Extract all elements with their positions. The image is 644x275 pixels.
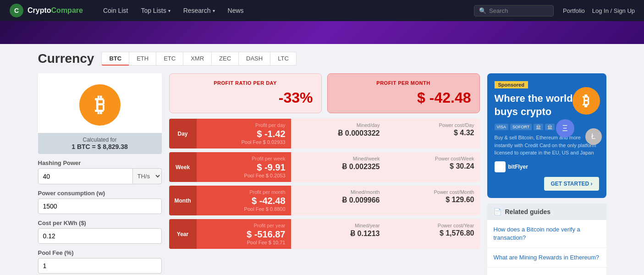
tab-xmr[interactable]: XMR: [183, 52, 211, 66]
stat-power-week: Power cost/Week $ 30.24: [385, 152, 480, 182]
stat-power-label: Power cost/Day: [391, 122, 474, 128]
guide-link-1[interactable]: How does a Bitcoin node verify a transac…: [487, 220, 606, 248]
related-guides-box: 📄 Related guides How does a Bitcoin node…: [487, 204, 606, 275]
ad-sponsored-label: Sponsored: [495, 81, 528, 88]
pool-fee-label: Pool Fee (%): [38, 249, 162, 256]
logo-icon: C: [9, 3, 24, 18]
stat-mined-label: Mined/day: [297, 122, 380, 128]
visa-icon: VISA: [495, 124, 509, 130]
stat-period-week: Week: [169, 152, 197, 182]
stat-profit-week: Profit per week $ -9.91 Pool Fee $ 0.205…: [197, 152, 291, 182]
stat-mined-value: Ƀ 0.009966: [297, 196, 380, 204]
nav-logo[interactable]: C Crypto Compare: [9, 3, 83, 18]
stat-profit-year: Profit per year $ -516.87 Pool Fee $ 10.…: [197, 219, 291, 249]
chevron-down-icon: ▾: [213, 8, 215, 13]
stat-power-value: $ 30.24: [391, 162, 474, 170]
nav-top-lists[interactable]: Top Lists ▾: [134, 0, 176, 21]
tab-btc[interactable]: BTC: [101, 52, 129, 66]
stat-power-day: Power cost/Day $ 4.32: [385, 119, 480, 148]
stats-row-month: Month Profit per month $ -42.48 Pool Fee…: [169, 186, 480, 215]
stat-power-label: Power cost/Week: [391, 156, 474, 161]
stat-mined-value: Ƀ 0.002325: [297, 162, 380, 171]
stat-profit-fee: Pool Fee $ 0.8800: [202, 206, 286, 212]
ad-payment-icons: VISA SOFORT 🏦 🏦: [495, 124, 599, 130]
hashing-power-label: Hashing Power: [38, 160, 162, 166]
calc-for-value: 1 BTC = $ 8,829.38: [42, 143, 158, 150]
navbar: C Crypto Compare Coin List Top Lists ▾ R…: [0, 0, 644, 21]
stat-mined-label: Mined/month: [297, 189, 380, 195]
tab-ltc[interactable]: LTC: [270, 52, 297, 66]
sofort-icon: SOFORT: [510, 124, 532, 130]
document-icon: 📄: [494, 208, 501, 215]
search-input[interactable]: [489, 7, 549, 14]
ad-eth-icon: Ξ: [556, 119, 574, 138]
currency-header: Currency BTC ETH ETC XMR ZEC DASH LTC: [38, 51, 606, 66]
stat-profit-day: Profit per day $ -1.42 Pool Fee $ 0.0293…: [197, 119, 291, 148]
stat-profit-value: $ -9.91: [202, 162, 286, 173]
stat-profit-value: $ -42.48: [202, 196, 286, 206]
hashing-power-row: TH/s GH/s: [38, 168, 162, 184]
ad-ltc-icon: Ł: [585, 128, 602, 145]
hashing-power-unit-select[interactable]: TH/s GH/s: [133, 168, 162, 184]
chevron-down-icon: ▾: [168, 8, 171, 13]
stat-power-label: Power cost/Year: [391, 223, 474, 228]
stat-profit-value: $ -516.87: [202, 229, 286, 240]
stats-container: Day Profit per day $ -1.42 Pool Fee $ 0.…: [169, 119, 480, 249]
tab-eth[interactable]: ETH: [129, 52, 156, 66]
ad-cta-button[interactable]: GET STARTED ›: [544, 177, 599, 191]
page-wrapper: Currency BTC ETH ETC XMR ZEC DASH LTC ₿ …: [29, 44, 616, 275]
tab-etc[interactable]: ETC: [156, 52, 183, 66]
ad-brand: bitFlyer: [495, 161, 599, 172]
stat-period-month: Month: [169, 186, 197, 215]
profit-month-value: $ -42.48: [336, 89, 471, 106]
profit-month-box: PROFIT PER MONTH $ -42.48: [327, 73, 480, 113]
profit-ratio-box: PROFIT RATIO PER DAY -33%: [169, 73, 322, 113]
cost-kwh-input[interactable]: [38, 228, 162, 244]
power-consumption-group: Power consumption (w): [38, 190, 162, 214]
profit-month-label: PROFIT PER MONTH: [336, 80, 471, 86]
pool-fee-group: Pool Fee (%): [38, 249, 162, 274]
svg-text:C: C: [14, 7, 19, 14]
nav-research[interactable]: Research ▾: [177, 0, 221, 21]
hashing-power-input[interactable]: [38, 168, 133, 184]
ad-box: Sponsored Where the world buys crypto ₿ …: [487, 73, 606, 198]
stat-profit-month: Profit per month $ -42.48 Pool Fee $ 0.8…: [197, 186, 291, 215]
stat-power-month: Power cost/Month $ 129.60: [385, 186, 480, 215]
ad-brand-name: bitFlyer: [508, 164, 528, 170]
promo-banner: [0, 21, 644, 44]
page-title: Currency: [38, 51, 94, 66]
logo-text-crypto: Crypto: [28, 6, 51, 15]
cost-kwh-label: Cost per KWh ($): [38, 220, 162, 226]
login-link[interactable]: Log In / Sign Up: [592, 7, 635, 14]
guide-link-3[interactable]: How to Identify a Bitcoin or Ethereum...: [487, 268, 606, 275]
left-panel: ₿ Calculated for 1 BTC = $ 8,829.38 Hash…: [38, 73, 162, 275]
tab-zec[interactable]: ZEC: [211, 52, 238, 66]
bank2-icon: 🏦: [545, 124, 555, 130]
tab-dash[interactable]: DASH: [238, 52, 270, 66]
profit-ratio-value: -33%: [178, 89, 313, 106]
stat-profit-value: $ -1.42: [202, 129, 286, 139]
stat-power-year: Power cost/Year $ 1,576.80: [385, 219, 480, 249]
nav-right: Portfolio Log In / Sign Up: [563, 7, 635, 14]
stat-profit-fee: Pool Fee $ 0.02933: [202, 139, 286, 145]
ad-btc-icon: ₿: [572, 87, 600, 115]
nav-news[interactable]: News: [221, 0, 250, 21]
pool-fee-input[interactable]: [38, 258, 162, 274]
stat-mined-label: Mined/week: [297, 156, 380, 161]
stat-profit-label: Profit per year: [202, 223, 286, 228]
right-panel: Sponsored Where the world buys crypto ₿ …: [487, 73, 606, 275]
stat-mined-label: Mined/year: [297, 223, 380, 228]
guide-link-2[interactable]: What are Mining Rewards in Ethereum?: [487, 248, 606, 268]
power-consumption-input[interactable]: [38, 198, 162, 214]
hashing-power-group: Hashing Power TH/s GH/s: [38, 160, 162, 184]
nav-coin-list[interactable]: Coin List: [97, 0, 134, 21]
stats-row-day: Day Profit per day $ -1.42 Pool Fee $ 0.…: [169, 119, 480, 148]
stat-profit-label: Profit per day: [202, 122, 286, 128]
search-icon: 🔍: [479, 7, 486, 14]
stat-profit-label: Profit per month: [202, 189, 286, 195]
stat-profit-label: Profit per week: [202, 156, 286, 161]
portfolio-link[interactable]: Portfolio: [563, 7, 585, 14]
coin-icon-wrap: ₿: [38, 73, 162, 133]
center-panel: PROFIT RATIO PER DAY -33% PROFIT PER MON…: [169, 73, 480, 275]
stat-mined-value: Ƀ 0.1213: [297, 229, 380, 238]
